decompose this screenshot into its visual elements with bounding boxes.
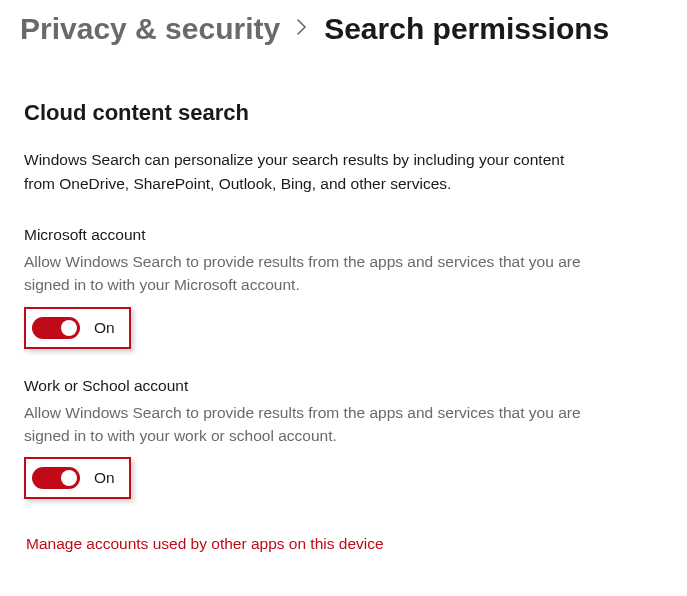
section-heading: Cloud content search bbox=[24, 100, 663, 126]
toggle-track[interactable] bbox=[32, 317, 80, 339]
toggle-thumb bbox=[61, 470, 77, 486]
setting-microsoft-account: Microsoft account Allow Windows Search t… bbox=[24, 226, 663, 349]
setting-title: Microsoft account bbox=[24, 226, 663, 244]
breadcrumb-current: Search permissions bbox=[324, 12, 609, 46]
manage-accounts-link[interactable]: Manage accounts used by other apps on th… bbox=[26, 535, 384, 553]
toggle-track[interactable] bbox=[32, 467, 80, 489]
settings-content: Cloud content search Windows Search can … bbox=[0, 56, 687, 553]
setting-title: Work or School account bbox=[24, 377, 663, 395]
breadcrumb-parent-link[interactable]: Privacy & security bbox=[20, 12, 280, 46]
toggle-state-label: On bbox=[94, 319, 115, 337]
breadcrumb: Privacy & security Search permissions bbox=[0, 0, 687, 56]
setting-work-school-account: Work or School account Allow Windows Sea… bbox=[24, 377, 663, 500]
toggle-work-school-account[interactable]: On bbox=[24, 457, 131, 499]
setting-description: Allow Windows Search to provide results … bbox=[24, 401, 584, 448]
toggle-microsoft-account[interactable]: On bbox=[24, 307, 131, 349]
toggle-state-label: On bbox=[94, 469, 115, 487]
chevron-right-icon bbox=[296, 18, 308, 41]
toggle-thumb bbox=[61, 320, 77, 336]
setting-description: Allow Windows Search to provide results … bbox=[24, 250, 584, 297]
section-description: Windows Search can personalize your sear… bbox=[24, 148, 584, 196]
